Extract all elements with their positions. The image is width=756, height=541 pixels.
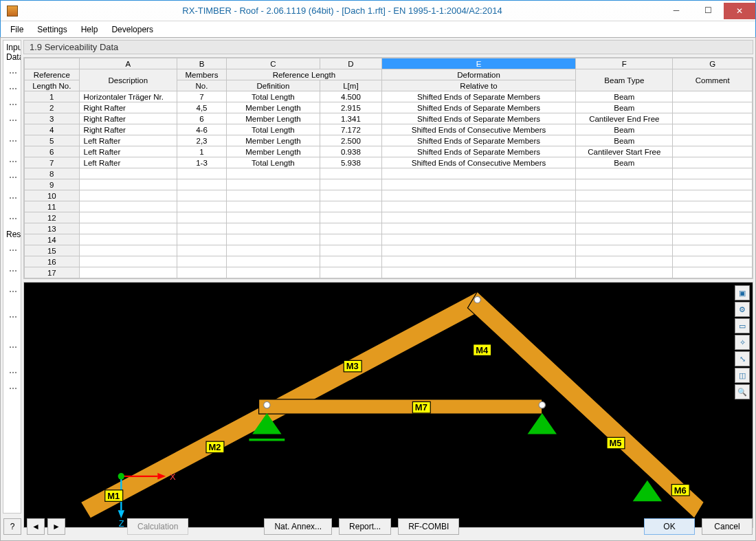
table-row[interactable]: 10 xyxy=(25,190,753,201)
col-letter-a[interactable]: A xyxy=(79,58,177,69)
svg-text:M3: M3 xyxy=(346,361,359,371)
tree-item[interactable]: Cross-sections xyxy=(6,94,18,115)
svg-text:M4: M4 xyxy=(476,345,489,355)
h-desc: Description xyxy=(79,69,177,91)
tool-iso-icon[interactable]: ◫ xyxy=(735,368,750,383)
tool-display-icon[interactable]: ▭ xyxy=(735,318,750,333)
menu-settings[interactable]: Settings xyxy=(32,23,72,36)
table-row[interactable]: 15 xyxy=(25,245,753,256)
tool-nodes-icon[interactable]: ✧ xyxy=(735,335,750,350)
calculation-button[interactable]: Calculation xyxy=(127,518,188,535)
navigation-tree[interactable]: Input Data General DataGeometryCross-sec… xyxy=(3,40,21,514)
svg-text:M7: M7 xyxy=(415,402,427,412)
tree-item[interactable]: General Data xyxy=(6,63,18,83)
tool-select-icon[interactable]: ▣ xyxy=(735,285,750,300)
window-title: RX-TIMBER - Roof - 2.06.1119 (64bit) - [… xyxy=(24,5,660,16)
table-row[interactable]: 1Horizontaler Träger Nr.7Total Length4.5… xyxy=(25,91,753,102)
svg-point-30 xyxy=(474,296,480,302)
table-row[interactable]: 7Left Rafter1-3Total Length5.938Shifted … xyxy=(25,157,753,168)
table-row[interactable]: 3Right Rafter6Member Length1.341Shifted … xyxy=(25,113,753,124)
tree-item[interactable]: Deformations xyxy=(6,383,18,394)
svg-point-29 xyxy=(539,401,545,408)
h-ref1: Reference xyxy=(25,69,80,80)
table-row[interactable]: 12 xyxy=(25,212,753,223)
report-button[interactable]: Report... xyxy=(339,518,391,535)
next-button[interactable]: ► xyxy=(47,518,65,535)
col-letter-b[interactable]: B xyxy=(177,58,227,69)
table-row[interactable]: 16 xyxy=(25,256,753,267)
h-def: Definition xyxy=(226,80,320,91)
h-memb1: Members xyxy=(177,69,227,80)
prev-button[interactable]: ◄ xyxy=(27,518,45,535)
h-ref2: Length No. xyxy=(25,80,80,91)
help-button[interactable]: ? xyxy=(3,518,21,535)
menu-developers[interactable]: Developers xyxy=(106,23,159,36)
tree-item[interactable]: Result Combinations xyxy=(6,240,18,261)
tree-item[interactable]: Design by Member xyxy=(6,302,18,332)
table-row[interactable]: 5Left Rafter2,3Member Length2.500Shifted… xyxy=(25,135,753,146)
tool-axes-icon[interactable]: ⤡ xyxy=(735,351,750,366)
svg-marker-4 xyxy=(528,413,557,434)
table-row[interactable]: 4Right Rafter4-6Total Length7.172Shifted… xyxy=(25,124,753,135)
h-memb2: No. xyxy=(177,80,227,91)
table-row[interactable]: 17 xyxy=(25,267,753,278)
minimize-button[interactable]: ─ xyxy=(660,3,692,18)
menu-help[interactable]: Help xyxy=(76,23,104,36)
menubar: File Settings Help Developers xyxy=(1,21,755,38)
table-row[interactable]: 13 xyxy=(25,223,753,234)
h-lm: L[m] xyxy=(320,80,381,91)
svg-text:X: X xyxy=(170,472,176,482)
maximize-button[interactable]: ☐ xyxy=(692,3,724,18)
svg-text:M6: M6 xyxy=(674,485,687,496)
col-letter-g[interactable]: G xyxy=(673,58,753,69)
footer-bar: ? ◄ ► Calculation Nat. Annex... Report..… xyxy=(3,517,753,536)
col-header-ref[interactable] xyxy=(25,58,80,69)
svg-text:M1: M1 xyxy=(107,491,120,501)
svg-text:M2: M2 xyxy=(209,442,221,452)
tree-item[interactable]: Serviceability Data xyxy=(6,208,18,229)
rf-combi-button[interactable]: RF-COMBI xyxy=(398,518,459,535)
tree-item[interactable]: Control Parameters xyxy=(6,188,18,208)
app-icon xyxy=(7,5,18,16)
data-grid[interactable]: A B C D E F G Reference Description Memb… xyxy=(23,57,753,279)
col-letter-f[interactable]: F xyxy=(576,58,673,69)
tree-item[interactable]: Effective Lengths xyxy=(6,167,18,188)
nat-annex-button[interactable]: Nat. Annex... xyxy=(264,518,332,535)
tree-item[interactable]: Design - All xyxy=(6,261,18,281)
h-rel: Relative to xyxy=(381,80,575,91)
col-letter-e[interactable]: E xyxy=(381,58,575,69)
ok-button[interactable]: OK xyxy=(644,518,695,535)
table-row[interactable]: 9 xyxy=(25,179,753,190)
col-letter-d[interactable]: D xyxy=(320,58,381,69)
svg-point-28 xyxy=(264,401,270,408)
tree-item[interactable]: Geometry xyxy=(6,83,18,94)
tree-item[interactable]: Design by Components xyxy=(6,281,18,302)
table-row[interactable]: 8 xyxy=(25,168,753,179)
tree-group-results[interactable]: Results xyxy=(6,229,18,240)
viewport-toolbar: ▣ ⚙ ▭ ✧ ⤡ ◫ 🔍 xyxy=(735,285,750,399)
panel-title: 1.9 Serviceability Data xyxy=(23,40,753,54)
h-deform: Deformation xyxy=(381,69,575,80)
model-viewport[interactable]: X Z M1 M2 M3 M4 M5 M6 M7 ▣ ⚙ ▭ xyxy=(23,282,753,528)
svg-text:M5: M5 xyxy=(610,438,622,448)
table-row[interactable]: 14 xyxy=(25,234,753,245)
h-beam: Beam Type xyxy=(576,69,673,91)
table-row[interactable]: 11 xyxy=(25,201,753,212)
close-button[interactable]: ✕ xyxy=(724,3,755,19)
tree-group-input[interactable]: Input Data xyxy=(6,42,18,63)
tree-item[interactable]: Loads xyxy=(6,156,18,167)
tree-item[interactable]: Design by x-Location xyxy=(6,332,18,362)
h-comment: Comment xyxy=(673,69,753,91)
tree-item[interactable]: Support Forces xyxy=(6,362,18,383)
table-row[interactable]: 2Right Rafter4,5Member Length2.915Shifte… xyxy=(25,102,753,113)
menu-file[interactable]: File xyxy=(5,23,29,36)
h-reflen: Reference Length xyxy=(226,69,381,80)
col-letter-c[interactable]: C xyxy=(226,58,320,69)
titlebar: RX-TIMBER - Roof - 2.06.1119 (64bit) - [… xyxy=(1,1,755,21)
tree-item[interactable]: Supports and Releases xyxy=(6,126,18,156)
table-row[interactable]: 6Left Rafter1Member Length0.938Shifted E… xyxy=(25,146,753,157)
tree-item[interactable]: Components xyxy=(6,115,18,126)
tool-zoom-icon[interactable]: 🔍 xyxy=(735,384,750,399)
cancel-button[interactable]: Cancel xyxy=(702,518,753,535)
tool-settings-icon[interactable]: ⚙ xyxy=(735,302,750,317)
